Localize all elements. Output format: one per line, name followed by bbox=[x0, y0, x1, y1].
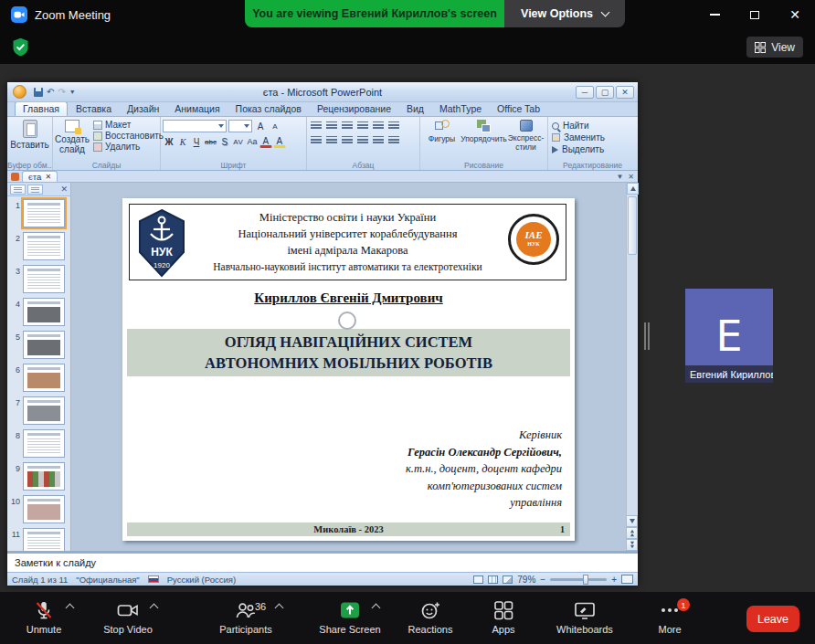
line-spacing-button[interactable] bbox=[371, 120, 385, 132]
thumbnail-image[interactable] bbox=[23, 331, 65, 359]
slide-thumbnail-1[interactable]: 1 bbox=[7, 196, 70, 229]
paste-button[interactable]: Вставить bbox=[9, 120, 50, 150]
delete-slide-button[interactable]: Удалить bbox=[93, 142, 164, 152]
author-name[interactable]: Кириллов Євгеній Дмитрович bbox=[122, 290, 575, 306]
slide-thumbnail-11[interactable]: 11 bbox=[7, 525, 70, 551]
text-direction-button[interactable] bbox=[386, 120, 400, 132]
zoom-slider[interactable] bbox=[550, 578, 607, 581]
unmute-button[interactable]: Unmute bbox=[0, 598, 88, 635]
thumbnail-image[interactable] bbox=[23, 232, 65, 260]
layout-button[interactable]: Макет bbox=[93, 120, 164, 130]
zoom-slider-thumb[interactable] bbox=[583, 575, 588, 585]
tab-view[interactable]: Вид bbox=[399, 102, 431, 116]
quick-styles-button[interactable]: Экспресс-стили bbox=[507, 120, 545, 152]
close-button[interactable]: ✕ bbox=[775, 0, 815, 29]
bold-button[interactable]: Ж bbox=[163, 135, 175, 148]
leave-button[interactable]: Leave bbox=[746, 606, 799, 632]
tab-office-tab[interactable]: Office Tab bbox=[490, 102, 547, 116]
slide-sorter-button[interactable] bbox=[488, 575, 498, 584]
share-options-chevron-icon[interactable] bbox=[372, 604, 381, 613]
shapes-button[interactable]: Фигуры bbox=[423, 120, 461, 152]
highlight-button[interactable]: A bbox=[273, 135, 286, 148]
more-button[interactable]: 1 More bbox=[626, 598, 714, 635]
arrange-button[interactable]: Упорядочить bbox=[465, 120, 503, 152]
columns-button[interactable] bbox=[371, 134, 385, 146]
circle-shape[interactable] bbox=[338, 311, 356, 330]
thumbnail-image[interactable] bbox=[23, 265, 65, 293]
font-name-select[interactable] bbox=[163, 120, 227, 132]
pp-minimize-button[interactable]: ─ bbox=[576, 86, 594, 99]
thumbnail-image[interactable] bbox=[23, 396, 65, 425]
maximize-button[interactable] bbox=[735, 0, 775, 29]
new-slide-button[interactable]: Создать слайд bbox=[55, 120, 90, 160]
change-case-button[interactable]: Aa bbox=[246, 135, 259, 148]
notes-pane[interactable]: Заметки к слайду bbox=[7, 551, 638, 572]
previous-slide-button[interactable] bbox=[626, 527, 638, 539]
audio-options-chevron-icon[interactable] bbox=[66, 604, 75, 613]
vertical-scrollbar[interactable] bbox=[626, 183, 638, 551]
slide-page[interactable]: НУК 1920 Міністерство освіти і науки Укр… bbox=[122, 198, 575, 541]
thumbnail-image[interactable] bbox=[23, 429, 65, 458]
italic-button[interactable]: К bbox=[176, 135, 189, 148]
participants-button[interactable]: 36 Participants bbox=[202, 598, 290, 635]
slide-thumbnail-5[interactable]: 5 bbox=[7, 328, 70, 361]
tab-insert[interactable]: Вставка bbox=[69, 102, 119, 116]
strikethrough-button[interactable]: abc bbox=[204, 135, 217, 148]
thumbnail-image[interactable] bbox=[23, 364, 65, 392]
tab-design[interactable]: Дизайн bbox=[120, 102, 166, 116]
scrollbar-thumb[interactable] bbox=[628, 196, 637, 255]
slide-thumbnail-2[interactable]: 2 bbox=[7, 229, 70, 262]
shrink-font-button[interactable]: А bbox=[269, 120, 281, 132]
slide-thumbnail-4[interactable]: 4 bbox=[7, 295, 70, 328]
numbering-button[interactable] bbox=[324, 120, 338, 132]
scroll-up-button[interactable] bbox=[627, 183, 639, 195]
panel-close-icon[interactable]: ✕ bbox=[60, 185, 68, 194]
align-left-button[interactable] bbox=[309, 134, 323, 146]
thumbnail-image[interactable] bbox=[23, 462, 65, 491]
scroll-down-button[interactable] bbox=[626, 515, 638, 527]
stop-video-button[interactable]: Stop Video bbox=[84, 598, 172, 635]
tab-slideshow[interactable]: Показ слайдов bbox=[228, 102, 309, 116]
thumbnail-image[interactable] bbox=[23, 528, 65, 551]
slides-tab[interactable] bbox=[10, 185, 26, 195]
zoom-out-button[interactable]: − bbox=[540, 575, 545, 585]
grow-font-button[interactable]: А bbox=[254, 120, 267, 132]
justify-button[interactable] bbox=[355, 134, 369, 146]
align-right-button[interactable] bbox=[340, 134, 354, 146]
video-options-chevron-icon[interactable] bbox=[150, 604, 159, 613]
thumbnail-image[interactable] bbox=[23, 495, 65, 523]
slide-thumbnail-10[interactable]: 10 bbox=[7, 492, 70, 525]
apps-button[interactable]: Apps bbox=[460, 598, 547, 635]
minimize-button[interactable] bbox=[694, 0, 735, 29]
document-tab[interactable]: єта ✕ bbox=[22, 171, 58, 182]
participant-video-tile[interactable]: E Евгений Кириллов bbox=[685, 289, 773, 383]
supervisor-block[interactable]: Керівник Герасін Олександр Сергійович, к… bbox=[406, 427, 562, 512]
character-spacing-button[interactable]: AV bbox=[232, 135, 245, 148]
tab-list-chevron-icon[interactable]: ▼ bbox=[616, 173, 623, 181]
zoom-in-button[interactable]: + bbox=[611, 575, 617, 585]
decrease-indent-button[interactable] bbox=[340, 120, 354, 132]
thumbnail-image[interactable] bbox=[23, 298, 65, 326]
reset-button[interactable]: Восстановить bbox=[93, 131, 164, 141]
share-screen-button[interactable]: Share Screen bbox=[306, 598, 394, 635]
tab-review[interactable]: Рецензирование bbox=[310, 102, 398, 116]
slide-thumbnail-3[interactable]: 3 bbox=[7, 262, 70, 295]
replace-button[interactable]: Заменить bbox=[550, 132, 635, 143]
pp-close-button[interactable]: ✕ bbox=[616, 86, 634, 99]
slide-thumbnail-9[interactable]: 9 bbox=[7, 459, 70, 492]
align-center-button[interactable] bbox=[324, 134, 338, 146]
view-options-button[interactable]: View Options bbox=[504, 0, 625, 27]
view-button[interactable]: View bbox=[746, 37, 803, 58]
slide-thumbnail-8[interactable]: 8 bbox=[7, 427, 70, 459]
whiteboards-button[interactable]: Whiteboards bbox=[541, 598, 629, 635]
normal-view-button[interactable] bbox=[473, 575, 483, 584]
tabbar-close-icon[interactable]: ✕ bbox=[628, 173, 634, 181]
tab-close-icon[interactable]: ✕ bbox=[45, 173, 51, 181]
slide-title[interactable]: ОГЛЯД НАВІГАЦІЙНИХ СИСТЕМ АВТОНОМНИХ МОБ… bbox=[127, 329, 570, 376]
slideshow-button[interactable] bbox=[503, 575, 513, 584]
thumbnail-image[interactable] bbox=[23, 199, 65, 227]
fit-to-window-button[interactable] bbox=[621, 575, 633, 584]
pp-restore-button[interactable]: ▢ bbox=[596, 86, 614, 99]
language-label[interactable]: Русский (Россия) bbox=[167, 575, 236, 585]
font-size-select[interactable] bbox=[228, 120, 252, 132]
